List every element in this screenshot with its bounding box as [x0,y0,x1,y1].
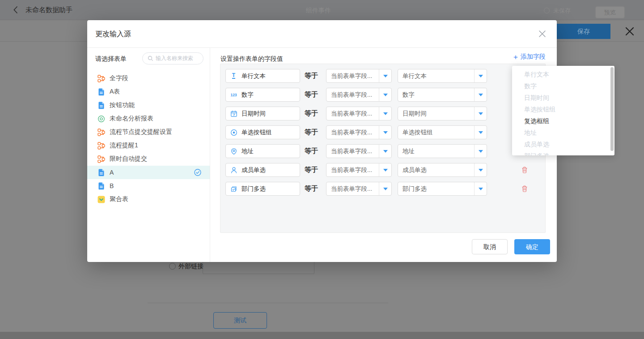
field-name-box[interactable]: 部门多选 [225,182,300,196]
chevron-down-icon[interactable] [474,126,487,139]
cancel-button[interactable]: 取消 [472,239,508,254]
form-list-item[interactable]: 全字段 [87,72,210,85]
value-field-select[interactable]: 单选按钮组 [398,125,487,139]
form-list-item[interactable]: 按钮功能 [87,99,210,112]
value-field-select[interactable]: 单行文本 [398,69,487,83]
field-mapping-row: T单行文本等于当前表单字段...单行文本 [225,69,487,83]
form-item-label: 全字段 [110,74,128,82]
form-doc-icon [98,182,105,190]
field-mapping-row: 成员单选等于当前表单字段...成员单选 [225,163,528,177]
chevron-down-icon[interactable] [474,145,487,158]
form-item-label: A [110,169,114,176]
member-field-icon [230,167,237,174]
value-field-select[interactable]: 部门多选 [398,182,487,196]
status-text: 未保存 [553,7,571,15]
dropdown-item: 日期时间 [512,92,614,103]
form-item-label: 聚合表 [110,195,128,203]
form-list-item[interactable]: A表 [87,85,210,99]
source-field-select[interactable]: 当前表单字段... [326,182,392,196]
form-search-input[interactable]: 输入名称来搜索 [142,52,203,64]
chevron-down-icon[interactable] [474,107,487,120]
value-field-select[interactable]: 日期时间 [398,107,487,120]
chevron-down-icon[interactable] [379,69,391,82]
form-item-label: 流程提醒1 [110,142,138,150]
equals-label: 等于 [305,166,319,174]
chevron-down-icon[interactable] [474,182,487,195]
save-button[interactable]: 保存 [557,24,610,39]
source-field-select[interactable]: 当前表单字段... [326,125,392,139]
form-item-label: A表 [110,88,120,96]
field-name-box[interactable]: 123数字 [225,88,300,102]
back-icon[interactable] [13,6,18,15]
field-mapping-row: 地址等于当前表单字段...地址 [225,144,487,158]
radio-field-icon [230,129,237,136]
form-list-item[interactable]: 流程提醒1 [87,139,210,152]
field-name-box[interactable]: 成员单选 [225,163,300,177]
form-doc-icon [98,169,105,176]
field-mapping-row: 单选按钮组等于当前表单字段...单选按钮组 [225,125,487,139]
field-name-box[interactable]: 地址 [225,144,300,158]
source-field-select[interactable]: 当前表单字段... [326,88,392,102]
dropdown-item: 成员单选 [512,138,614,150]
field-name-box[interactable]: 日期时间 [225,107,300,120]
chevron-down-icon[interactable] [379,126,391,139]
dropdown-item[interactable]: 复选框组 [512,115,614,127]
trash-icon [521,166,528,174]
date-field-icon [230,110,237,117]
source-field-select[interactable]: 当前表单字段... [326,144,392,158]
scrollbar-thumb[interactable] [610,67,614,151]
chevron-down-icon[interactable] [379,88,391,101]
chevron-down-icon[interactable] [379,107,391,120]
delete-row-button[interactable] [521,166,528,174]
chevron-down-icon[interactable] [379,182,391,195]
confirm-button[interactable]: 确定 [514,239,550,254]
chevron-down-icon[interactable] [379,163,391,176]
chevron-down-icon[interactable] [379,145,391,158]
form-list-item[interactable]: 流程节点提交提醒设置 [87,125,210,139]
chevron-down-icon[interactable] [474,163,487,176]
search-icon [148,56,153,61]
external-link-radio[interactable] [169,263,176,270]
equals-label: 等于 [305,72,319,80]
source-field-select[interactable]: 当前表单字段... [326,107,392,120]
source-field-select[interactable]: 当前表单字段... [326,163,392,177]
footer-strip [0,332,644,339]
search-placeholder: 输入名称来搜索 [156,55,193,62]
page-close-icon[interactable] [624,26,635,38]
field-mapping-row: 日期时间等于当前表单字段...日期时间 [225,107,487,120]
chevron-down-icon[interactable] [474,88,487,101]
tab-component-event[interactable]: 组件事件 [306,7,331,15]
delete-row-button[interactable] [521,185,528,193]
form-item-label: 限时自动提交 [110,155,147,163]
dialog-close-icon[interactable] [538,30,546,39]
flow-icon [97,129,105,136]
form-list-item[interactable]: 未命名分析报表 [87,112,210,125]
add-field-dropdown: 单行文本数字日期时间单选按钮组复选框组地址成员单选部门多选 [512,66,614,155]
field-name-box[interactable]: 单选按钮组 [225,125,300,139]
form-list-item[interactable]: B [87,179,210,193]
aggregate-table-icon [97,196,105,203]
form-doc-icon [98,88,105,96]
equals-label: 等于 [305,109,319,118]
form-list-item[interactable]: 限时自动提交 [87,152,210,166]
source-field-select[interactable]: 当前表单字段... [326,69,392,83]
preview-button[interactable]: 预览 [595,6,625,18]
app-topbar: 未命名数据助手 组件事件 未保存 预览 [0,0,644,20]
field-mapping-row: 123数字等于当前表单字段...数字 [225,88,487,102]
value-field-select[interactable]: 地址 [398,144,487,158]
dialog-header: 更改输入源 [87,20,557,48]
equals-label: 等于 [305,90,319,99]
form-list-item[interactable]: 聚合表 [87,193,210,206]
value-field-select[interactable]: 数字 [398,88,487,102]
plus-icon: + [513,53,518,61]
form-item-label: B [110,182,114,189]
value-field-select[interactable]: 成员单选 [398,163,487,177]
content-divider [148,303,388,303]
add-field-button[interactable]: +添加字段 [513,53,546,61]
field-mapping-row: 部门多选等于当前表单字段...部门多选 [225,182,528,196]
chevron-down-icon[interactable] [474,69,487,82]
field-name-box[interactable]: T单行文本 [225,69,300,83]
form-doc-icon [98,102,105,109]
test-button[interactable]: 测试 [213,312,267,329]
form-list-item[interactable]: A [87,166,210,179]
